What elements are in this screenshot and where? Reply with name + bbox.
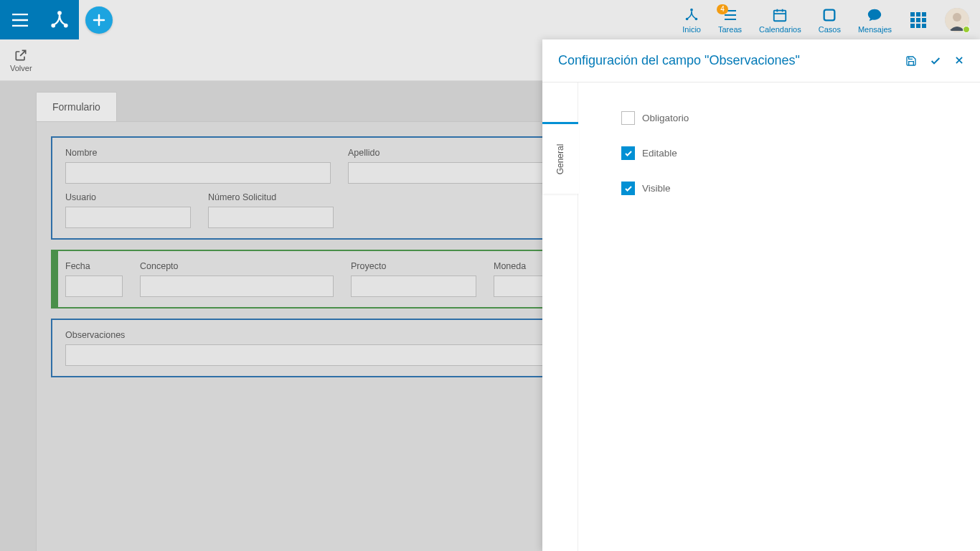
external-link-icon	[14, 48, 28, 62]
check-icon	[624, 184, 633, 193]
svg-rect-6	[774, 10, 786, 21]
logo-icon	[49, 9, 70, 31]
option-obligatorio[interactable]: Obligatorio	[621, 111, 937, 125]
svg-point-3	[690, 8, 693, 11]
top-bar: Inicio 4 Tareas Calendarios Casos Mensaj…	[0, 0, 980, 39]
config-panel: Configuración del campo "Observaciones" …	[542, 39, 980, 551]
menu-button[interactable]	[0, 0, 39, 39]
apply-button[interactable]	[930, 55, 941, 67]
label-concepto: Concepto	[140, 261, 334, 271]
field-usuario[interactable]: Usuario	[65, 192, 191, 228]
user-avatar[interactable]	[945, 8, 969, 32]
nav-mensajes[interactable]: Mensajes	[851, 0, 899, 39]
close-button[interactable]	[954, 55, 964, 67]
nav-casos[interactable]: Casos	[811, 0, 848, 39]
input-fecha[interactable]	[65, 276, 123, 297]
panel-header: Configuración del campo "Observaciones"	[542, 39, 980, 83]
field-concepto[interactable]: Concepto	[140, 261, 334, 297]
option-visible[interactable]: Visible	[621, 182, 937, 195]
field-nombre[interactable]: Nombre	[65, 148, 331, 184]
checkbox-visible[interactable]	[621, 182, 635, 195]
save-button[interactable]	[905, 55, 917, 67]
input-numero-solicitud[interactable]	[208, 207, 334, 228]
input-concepto[interactable]	[140, 276, 334, 297]
svg-point-0	[57, 11, 62, 15]
label-nombre: Nombre	[65, 148, 331, 158]
input-nombre[interactable]	[65, 162, 331, 184]
panel-side-tabs: General	[542, 83, 578, 551]
apps-button[interactable]	[902, 12, 935, 28]
add-button[interactable]	[85, 6, 113, 34]
nav-tareas[interactable]: 4 Tareas	[711, 0, 749, 39]
nav-calendarios[interactable]: Calendarios	[752, 0, 809, 39]
check-icon	[624, 149, 633, 158]
tab-general[interactable]: General	[542, 122, 578, 194]
tab-general-label: General	[555, 143, 565, 174]
label-proyecto: Proyecto	[351, 261, 476, 271]
status-indicator	[963, 26, 970, 33]
nav-inicio[interactable]: Inicio	[675, 0, 708, 39]
panel-title: Configuración del campo "Observaciones"	[558, 53, 905, 68]
check-icon	[930, 55, 941, 67]
label-usuario: Usuario	[65, 192, 191, 202]
panel-actions	[905, 55, 964, 67]
chat-icon	[866, 7, 883, 23]
panel-body: General Obligatorio Editable Visible	[542, 83, 980, 551]
checkbox-obligatorio[interactable]	[621, 111, 635, 125]
cases-icon	[821, 7, 837, 23]
panel-content: Obligatorio Editable Visible	[578, 83, 980, 551]
close-icon	[954, 55, 964, 65]
field-numero-solicitud[interactable]: Número Solicitud	[208, 192, 334, 228]
input-proyecto[interactable]	[351, 276, 476, 297]
hamburger-icon	[12, 14, 28, 27]
nav-inicio-label: Inicio	[682, 25, 701, 34]
label-obligatorio: Obligatorio	[642, 113, 689, 123]
save-icon	[905, 55, 917, 67]
plus-icon	[92, 13, 106, 27]
field-fecha[interactable]: Fecha	[65, 261, 123, 297]
option-editable[interactable]: Editable	[621, 146, 937, 160]
home-icon	[683, 7, 700, 23]
tareas-badge: 4	[717, 4, 728, 14]
field-proyecto[interactable]: Proyecto	[351, 261, 476, 297]
label-numero-solicitud: Número Solicitud	[208, 192, 334, 202]
nav-mensajes-label: Mensajes	[858, 25, 892, 34]
nav-casos-label: Casos	[819, 25, 841, 34]
top-bar-right: Inicio 4 Tareas Calendarios Casos Mensaj…	[675, 0, 980, 39]
calendar-icon	[771, 7, 788, 23]
back-button[interactable]: Volver	[10, 48, 32, 72]
nav-tareas-label: Tareas	[718, 25, 742, 34]
svg-point-9	[953, 13, 961, 22]
input-usuario[interactable]	[65, 207, 191, 228]
add-button-wrap	[79, 0, 118, 39]
nav-calendarios-label: Calendarios	[759, 25, 801, 34]
label-fecha: Fecha	[65, 261, 123, 271]
top-bar-left	[0, 0, 118, 39]
back-label: Volver	[10, 64, 32, 72]
label-visible: Visible	[642, 183, 671, 194]
tab-formulario[interactable]: Formulario	[36, 92, 117, 121]
logo	[39, 0, 79, 39]
svg-rect-7	[824, 9, 835, 20]
checkbox-editable[interactable]	[621, 146, 635, 160]
label-editable: Editable	[642, 148, 677, 159]
